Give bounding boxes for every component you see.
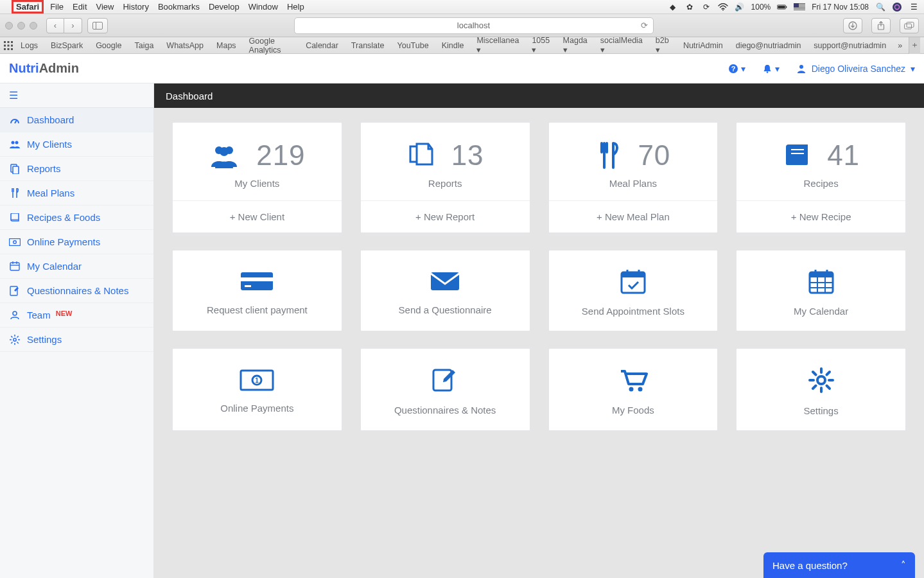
favorite-link[interactable]: WhatsApp [161, 39, 209, 52]
favorite-link[interactable]: Miscellanea ▾ [471, 34, 524, 57]
notifications-menu[interactable]: ▾ [762, 64, 780, 74]
menu-edit[interactable]: Edit [73, 2, 87, 12]
stat-card-reports[interactable]: 13 Reports + New Report [360, 122, 530, 233]
downloads-button[interactable] [843, 18, 862, 33]
favorite-link[interactable]: Translate [346, 39, 390, 52]
dropbox-icon[interactable]: ◆ [668, 3, 678, 12]
edit-note-icon [431, 367, 459, 393]
favorites-overflow[interactable]: » [894, 41, 906, 50]
help-menu[interactable]: ? ▾ [728, 64, 745, 74]
menu-help[interactable]: Help [287, 2, 304, 12]
reload-icon[interactable]: ⟳ [641, 21, 648, 30]
chat-text: Have a question? [772, 560, 848, 571]
favorite-link[interactable]: NutriAdmin [678, 39, 728, 52]
favorite-link[interactable]: 1055 ▾ [527, 34, 555, 57]
tile-request-payment[interactable]: Request client payment [172, 250, 342, 331]
menu-safari[interactable]: Safari [12, 0, 44, 13]
sync-icon[interactable]: ⟳ [701, 3, 711, 12]
sidebar-item-payments[interactable]: Online Payments [0, 230, 153, 254]
battery-icon[interactable] [777, 3, 787, 12]
book-icon [9, 213, 21, 222]
battery-percent[interactable]: 100% [751, 3, 771, 12]
clock[interactable]: Fri 17 Nov 15:08 [812, 3, 869, 12]
sidebar-item-reports[interactable]: Reports [0, 157, 153, 181]
favorites-bar: Logs BizSpark Google Taiga WhatsApp Maps… [0, 37, 924, 54]
close-window-button[interactable] [5, 22, 13, 30]
brand-logo[interactable]: NutriAdmin [9, 61, 79, 76]
new-recipe-button[interactable]: + New Recipe [737, 200, 905, 232]
favorites-grid-icon[interactable] [4, 40, 13, 51]
sidebar-item-team[interactable]: Team NEW [0, 303, 153, 328]
tile-online-payments[interactable]: 1 Online Payments [172, 348, 342, 431]
share-button[interactable] [871, 18, 891, 33]
favorite-link[interactable]: Kindle [437, 39, 469, 52]
chat-widget[interactable]: Have a question? ˄ [763, 552, 915, 578]
favorite-link[interactable]: Google [91, 39, 126, 52]
sidebar-item-recipes[interactable]: Recipes & Foods [0, 206, 153, 230]
menu-view[interactable]: View [96, 2, 114, 12]
volume-icon[interactable]: 🔊 [735, 3, 745, 12]
svg-point-39 [13, 338, 16, 340]
favorite-link[interactable]: socialMedia ▾ [595, 34, 648, 57]
sidebar-item-calendar[interactable]: My Calendar [0, 254, 153, 279]
svg-rect-11 [907, 22, 914, 27]
menu-history[interactable]: History [123, 2, 148, 12]
tile-questionnaires-notes[interactable]: Questionnaires & Notes [360, 348, 530, 431]
favorite-link[interactable]: Taiga [129, 39, 159, 52]
menu-bookmarks[interactable]: Bookmarks [158, 2, 200, 12]
favorite-link[interactable]: YouTube [392, 39, 434, 52]
siri-icon[interactable] [892, 3, 902, 12]
svg-rect-55 [241, 277, 273, 281]
forward-button[interactable]: › [64, 18, 82, 33]
favorite-link[interactable]: support@nutriadmin [808, 39, 891, 52]
tile-send-questionnaire[interactable]: Send a Questionnaire [360, 250, 530, 331]
notification-center-icon[interactable]: ☰ [909, 3, 919, 12]
new-tab-button[interactable]: ＋ [909, 37, 920, 54]
tile-settings[interactable]: Settings [736, 348, 906, 431]
browser-sidebar-toggle[interactable] [87, 18, 108, 33]
maximize-window-button[interactable] [30, 22, 37, 30]
stat-card-recipes[interactable]: 41 Recipes + New Recipe [736, 122, 906, 233]
svg-point-27 [15, 141, 19, 144]
user-name: Diego Oliveira Sanchez [812, 64, 905, 74]
new-mealplan-button[interactable]: + New Meal Plan [549, 200, 718, 232]
favorite-link[interactable]: Logs [15, 39, 43, 52]
new-report-button[interactable]: + New Report [361, 200, 530, 232]
app-icon[interactable]: ✿ [684, 3, 695, 12]
user-menu[interactable]: Diego Oliveira Sanchez ▾ [796, 64, 915, 74]
stat-label: Recipes [737, 178, 905, 200]
favorite-link[interactable]: Calendar [301, 39, 344, 52]
favorite-link[interactable]: diego@nutriadmin [731, 39, 806, 52]
money-icon: 1 [240, 369, 274, 391]
stat-card-mealplans[interactable]: 70 Meal Plans + New Meal Plan [548, 122, 719, 233]
back-button[interactable]: ‹ [46, 18, 64, 33]
favorite-link[interactable]: b2b ▾ [650, 34, 676, 57]
tile-label: Send Appointment Slots [582, 306, 684, 317]
spotlight-icon[interactable]: 🔍 [875, 3, 885, 12]
favorite-link[interactable]: Magda ▾ [558, 34, 593, 57]
tile-my-foods[interactable]: My Foods [548, 348, 719, 431]
tile-send-slots[interactable]: Send Appointment Slots [548, 250, 719, 331]
menu-develop[interactable]: Develop [209, 2, 240, 12]
minimize-window-button[interactable] [17, 22, 25, 30]
sidebar-collapse-toggle[interactable]: ☰ [0, 83, 153, 108]
sidebar-item-dashboard[interactable]: Dashboard [0, 108, 153, 132]
sidebar-item-settings[interactable]: Settings [0, 328, 153, 352]
sidebar-item-questionnaires[interactable]: Questionnaires & Notes [0, 279, 153, 303]
menu-file[interactable]: File [50, 2, 64, 12]
favorite-link[interactable]: BizSpark [46, 39, 88, 52]
stat-card-clients[interactable]: 219 My Clients + New Client [172, 122, 342, 233]
new-client-button[interactable]: + New Client [173, 200, 342, 232]
language-flag-icon[interactable] [794, 3, 805, 11]
sidebar-item-mealplans[interactable]: Meal Plans [0, 181, 153, 206]
address-bar[interactable]: localhost ⟳ [294, 17, 654, 34]
menu-window[interactable]: Window [248, 2, 278, 12]
svg-rect-13 [8, 41, 10, 43]
tile-my-calendar[interactable]: My Calendar [736, 250, 906, 331]
favorite-link[interactable]: Google Analytics [244, 35, 299, 57]
tabs-button[interactable] [900, 18, 919, 33]
sidebar-item-clients[interactable]: My Clients [0, 132, 153, 157]
wifi-icon[interactable] [718, 3, 728, 12]
svg-text:?: ? [731, 65, 735, 73]
favorite-link[interactable]: Maps [211, 39, 241, 52]
